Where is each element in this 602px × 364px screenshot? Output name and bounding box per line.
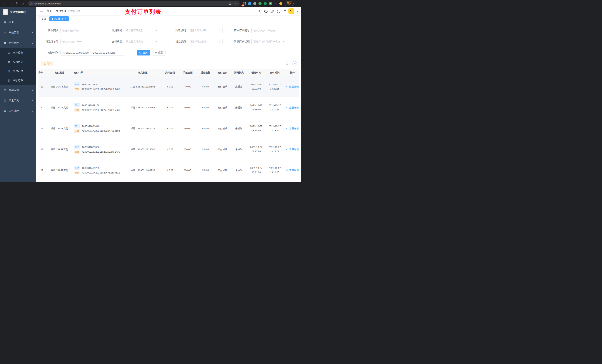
- tab-pay-order[interactable]: 支付订单 ×: [49, 16, 69, 21]
- cell-paid: 2021-10-2713:11:15: [266, 160, 284, 181]
- channel-order-input[interactable]: [62, 40, 93, 43]
- date-range-picker[interactable]: 2021-10-01 00:00:00 - 2021-10-31 23:59:5…: [60, 50, 124, 55]
- view-detail-link[interactable]: 查看详情: [286, 148, 299, 151]
- pay-status-select[interactable]: 请选择支付状态 ▾: [124, 39, 159, 44]
- sidebar-item-home[interactable]: ◉ 首页: [0, 17, 36, 27]
- sidebar-item-app-info[interactable]: ▦ 应用信息: [0, 57, 36, 67]
- merchant-tag: 商户: [74, 104, 80, 107]
- breadcrumb-separator: /: [54, 10, 54, 13]
- address-bar[interactable]: i localhost:1024/pay/order ☆: [28, 1, 240, 6]
- emoji-extension-icon[interactable]: [278, 1, 283, 6]
- merchant-input[interactable]: [62, 29, 93, 32]
- toggle-search-icon[interactable]: [286, 62, 289, 65]
- forward-icon[interactable]: →: [8, 1, 14, 6]
- topbar-icons: ? tT ▾: [257, 8, 298, 14]
- gray-extension-icon[interactable]: [252, 1, 257, 6]
- view-detail-link[interactable]: 查看详情: [286, 169, 299, 172]
- sidebar-item-pay[interactable]: ¥ 支付管理 ▴: [0, 38, 36, 48]
- site-info-icon[interactable]: i: [30, 2, 33, 5]
- search-button[interactable]: 搜索: [137, 50, 150, 55]
- content: 所属商户 应用编号 请选择应用信息 ▾ 渠道编码: [36, 22, 301, 182]
- url-text[interactable]: localhost:1024/pay/order: [34, 2, 226, 5]
- channel-order-input-box[interactable]: [60, 39, 95, 44]
- view-detail-link[interactable]: 查看详情: [286, 85, 299, 88]
- view-detail-link[interactable]: 查看详情: [286, 127, 299, 130]
- sidebar-item-system[interactable]: ⚙ 系统管理 ▾: [0, 27, 36, 38]
- avatar-caret-icon[interactable]: ▾: [297, 10, 298, 12]
- cell-channel: [48, 181, 71, 182]
- bookmark-star-icon[interactable]: ☆: [234, 1, 239, 6]
- refund-status-select[interactable]: 请选择退款状态 ▾: [188, 39, 223, 44]
- share-icon[interactable]: [227, 1, 232, 6]
- sidebar-item-infra[interactable]: ⊞ 基础设施 ▾: [0, 85, 36, 95]
- breadcrumb: 首页 / 支付管理 / 支付订单: [47, 10, 81, 13]
- refresh-table-icon[interactable]: ↻: [292, 61, 297, 66]
- breadcrumb-home[interactable]: 首页: [47, 10, 52, 13]
- drop-extension-icon[interactable]: [247, 1, 252, 6]
- tab-close-icon[interactable]: ×: [65, 18, 66, 20]
- col-header-notify: 回调状态: [231, 69, 247, 76]
- merchant-order-no: 1635311468233: [82, 167, 100, 169]
- cell-title: 标题：1635311881439: [124, 118, 161, 139]
- cell-amount: ¥ 0.01: [161, 76, 179, 97]
- filter-row-1: 所属商户 应用编号 请选择应用信息 ▾ 渠道编码: [40, 28, 299, 33]
- gear-icon: ⚙: [3, 31, 7, 34]
- extensions-puzzle-icon[interactable]: 10: [242, 1, 247, 6]
- cell-refund: [197, 181, 214, 182]
- fullscreen-icon[interactable]: [277, 9, 281, 13]
- date-end-value[interactable]: 2021-10-31 23:59:59: [93, 52, 116, 54]
- search-icon[interactable]: [257, 9, 261, 13]
- filter-refund-status: 退款状态 请选择退款状态 ▾: [167, 39, 223, 44]
- col-header-action: 操作: [284, 69, 299, 76]
- green-extension-icon[interactable]: [258, 1, 262, 6]
- tab-label: 首页: [42, 17, 46, 20]
- merchant-order-input[interactable]: [253, 29, 284, 32]
- chat-extension-icon[interactable]: ▣: [268, 1, 273, 6]
- sidebar-item-pay-order[interactable]: ◎ 支付订单: [0, 67, 36, 76]
- dark-extension-icon[interactable]: [273, 1, 278, 6]
- help-icon[interactable]: ?: [271, 10, 274, 13]
- sidebar-item-merchant-info[interactable]: ▤ 商户信息: [0, 48, 36, 57]
- merchant-select[interactable]: [60, 28, 95, 33]
- pay-tag: 支付: [74, 129, 80, 133]
- check-extension-icon[interactable]: ✓: [263, 1, 268, 6]
- sidebar-item-refund-order[interactable]: ▥ 退款订单: [0, 76, 36, 85]
- cell-notify: 未通知: [231, 76, 247, 97]
- filter-label: 应用编号: [103, 29, 124, 32]
- cell-action: 查看详情: [284, 97, 299, 118]
- sidebar-item-label: 退款订单: [13, 79, 23, 82]
- tab-home[interactable]: 首页: [39, 16, 48, 21]
- app-logo[interactable]: 芋道管理系统: [0, 7, 36, 17]
- sidebar-item-workflow[interactable]: ▣ 工作流程 ▾: [0, 106, 36, 116]
- breadcrumb-pay[interactable]: 支付管理: [56, 10, 66, 13]
- dashboard-icon: ◉: [3, 21, 7, 24]
- filter-label: 商户订单编号: [231, 29, 251, 32]
- font-size-icon[interactable]: tT: [283, 10, 286, 13]
- table-row: 19微信 JSAPI 支付商户1635311881440支付4200001173…: [39, 118, 299, 139]
- reset-button[interactable]: ↻ 重置: [152, 50, 165, 55]
- cell-order: 商户1635311823086支付42000011672021102710224…: [71, 139, 124, 160]
- date-start-value[interactable]: 2021-10-01 00:00:00: [66, 52, 89, 54]
- collapse-sidebar-icon[interactable]: [40, 10, 43, 12]
- sidebar-item-dev-tools[interactable]: ⚒ 研发工具 ▾: [0, 95, 36, 106]
- view-detail-link[interactable]: 查看详情: [286, 106, 299, 109]
- github-icon[interactable]: [264, 9, 268, 13]
- browser-menu-icon[interactable]: ⋮: [295, 2, 299, 5]
- cell-fee: ¥ 0.00: [179, 160, 197, 181]
- app-frame: 芋道管理系统 ◉ 首页 ⚙ 系统管理 ▾ ¥ 支付管理 ▴: [0, 7, 301, 182]
- sidebar-item-label: 商户信息: [13, 51, 23, 54]
- sidebar-nav: ◉ 首页 ⚙ 系统管理 ▾ ¥ 支付管理 ▴ ▤ 商户信息: [0, 17, 36, 116]
- topbar: 首页 / 支付管理 / 支付订单 支付订单列表 ?: [36, 7, 301, 16]
- home-icon[interactable]: ⌂: [20, 1, 26, 6]
- channel-code-select[interactable]: 请输入渠道编码 ▾: [188, 28, 223, 33]
- table-row: 18微信 JSAPI 支付商户1635311823086支付4200001167…: [39, 139, 299, 160]
- reload-icon[interactable]: ↻: [14, 1, 20, 6]
- user-avatar[interactable]: [288, 8, 294, 14]
- browser-update-button[interactable]: 更新: [285, 1, 294, 6]
- cell-order: 商户1635311881440支付42000011732021102728479…: [71, 118, 124, 139]
- back-icon[interactable]: ←: [2, 1, 8, 6]
- app-select[interactable]: 请选择应用信息 ▾: [124, 28, 159, 33]
- merchant-order-input-box[interactable]: [251, 28, 286, 33]
- notify-status-select[interactable]: 请选择订单回调商户状态 ▾: [251, 39, 286, 44]
- export-button[interactable]: 导出: [41, 61, 54, 66]
